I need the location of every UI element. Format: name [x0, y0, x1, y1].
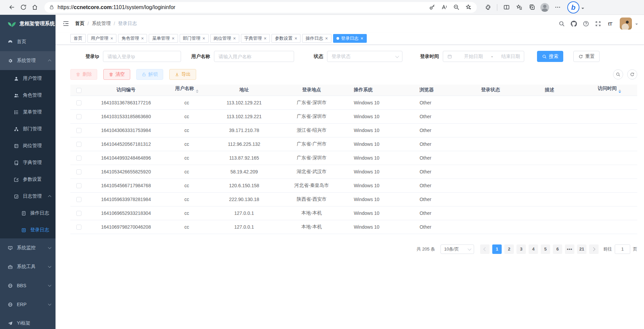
tab-close-icon[interactable]: × [361, 36, 363, 41]
page-button-4[interactable]: 4 [529, 244, 538, 254]
page-button-3[interactable]: 3 [516, 244, 526, 254]
tab-home[interactable]: 首页 [70, 34, 86, 43]
column-header-user[interactable]: 用户名称 [165, 85, 209, 96]
tab-close-icon[interactable]: × [325, 36, 328, 41]
sidebar-item-system-tools[interactable]: 系统工具 [0, 257, 56, 276]
extensions-icon[interactable] [482, 2, 494, 13]
sidebar-item-user-management[interactable]: 用户管理 [0, 70, 56, 87]
github-icon[interactable] [569, 19, 578, 28]
clear-button[interactable]: 清空 [103, 69, 130, 80]
tab-close-icon[interactable]: × [141, 36, 144, 41]
read-aloud-icon[interactable] [439, 2, 449, 12]
app-logo[interactable]: 意框架管理系统 [0, 15, 56, 32]
browser-menu-icon[interactable] [552, 2, 563, 13]
sidebar-item-home[interactable]: 首页 [0, 32, 56, 51]
sidebar-item-department-management[interactable]: 部门管理 [0, 121, 56, 137]
status-select[interactable]: 登录状态 [327, 51, 402, 62]
tab-role-management[interactable]: 角色管理× [118, 34, 147, 43]
tab-user-management[interactable]: 用户管理× [87, 34, 116, 43]
sort-icons[interactable] [618, 88, 621, 94]
goto-page-input[interactable] [615, 244, 630, 254]
tab-close-icon[interactable]: × [294, 36, 297, 41]
refresh-table-button[interactable] [627, 69, 637, 79]
collections-icon[interactable] [526, 2, 538, 13]
tab-close-icon[interactable]: × [172, 36, 174, 41]
table-row[interactable]: 1641043063331753984 cc 39.171.210.78 浙江省… [70, 123, 637, 137]
reset-button[interactable]: 重置 [573, 51, 600, 62]
page-button-5[interactable]: 5 [541, 244, 550, 254]
sidebar-item-bbs[interactable]: BBS [0, 276, 56, 295]
search-button[interactable]: 搜索 [537, 51, 563, 62]
export-button[interactable]: 导出 [169, 69, 196, 80]
unlock-button[interactable]: 解锁 [136, 69, 163, 80]
row-checkbox[interactable] [76, 142, 81, 147]
tab-close-icon[interactable]: × [264, 36, 266, 41]
select-all-checkbox[interactable] [76, 88, 81, 93]
row-checkbox[interactable] [76, 128, 81, 133]
page-size-select[interactable]: 10条/页 [440, 244, 474, 254]
sidebar-item-yi-framework[interactable]: Yi框架 [0, 314, 56, 329]
sidebar-item-system-monitor[interactable]: 系统监控 [0, 238, 56, 257]
favorites-hub-icon[interactable] [513, 2, 525, 13]
sidebar-item-login-log[interactable]: 登录日志 [0, 222, 56, 238]
page-button-21[interactable]: 21 [577, 244, 586, 254]
table-row[interactable]: 1641044993248464896 cc 113.87.92.165 广东省… [70, 151, 637, 165]
table-row[interactable]: 1641069652933218304 cc 127.0.0.1 本地-本机 W… [70, 206, 637, 220]
table-row[interactable]: 1641031533185863680 cc 113.102.129.221 广… [70, 109, 637, 123]
table-row[interactable]: 1641059633978281984 cc 222.90.130.18 陕西省… [70, 192, 637, 206]
tab-dict-management[interactable]: 字典管理× [241, 34, 270, 43]
tab-parameter-settings[interactable]: 参数设置× [272, 34, 300, 43]
delete-button[interactable]: 删除 [70, 69, 97, 80]
table-row[interactable]: 1641069798270046208 cc 127.0.0.1 本地-本机 W… [70, 220, 637, 234]
sidebar-item-log-management[interactable]: 日志管理 [0, 188, 56, 205]
help-icon[interactable] [581, 19, 590, 28]
tab-department-management[interactable]: 部门管理× [180, 34, 209, 43]
browser-home-button[interactable] [29, 2, 40, 13]
more-pages-button[interactable]: ••• [565, 244, 574, 254]
table-row[interactable]: 1641044520567181312 cc 112.96.225.132 广东… [70, 137, 637, 151]
tab-login-log[interactable]: 登录日志× [333, 34, 367, 43]
sidebar-item-role-management[interactable]: 角色管理 [0, 87, 56, 104]
browser-profile-avatar[interactable] [539, 2, 550, 13]
tab-operation-log[interactable]: 操作日志× [302, 34, 331, 43]
next-page-button[interactable] [589, 244, 599, 254]
row-checkbox[interactable] [76, 197, 81, 202]
table-row[interactable]: 1641031367863177216 cc 113.102.129.221 广… [70, 96, 637, 109]
add-favorite-star-icon[interactable] [463, 2, 473, 12]
sidebar-item-parameter-settings[interactable]: 参数设置 [0, 171, 56, 188]
tab-post-management[interactable]: 岗位管理× [210, 34, 239, 43]
sidebar-item-dict-management[interactable]: 字典管理 [0, 154, 56, 171]
row-checkbox[interactable] [76, 225, 81, 230]
login-ip-input[interactable] [107, 54, 177, 59]
row-checkbox[interactable] [76, 169, 81, 174]
passwords-key-icon[interactable] [427, 2, 437, 12]
toggle-search-button[interactable] [613, 69, 623, 79]
breadcrumb-home[interactable]: 首页 [75, 21, 84, 27]
username-input[interactable] [218, 54, 290, 59]
sort-icons[interactable] [196, 88, 199, 94]
font-size-icon[interactable]: tT [606, 19, 614, 28]
tab-close-icon[interactable]: × [203, 36, 205, 41]
split-screen-icon[interactable] [501, 2, 512, 13]
sidebar-item-menu-management[interactable]: 菜单管理 [0, 104, 56, 121]
sidebar-collapse-icon[interactable] [62, 19, 70, 28]
sidebar-item-erp[interactable]: ERP [0, 295, 56, 314]
column-header-time[interactable]: 访问时间 [581, 85, 637, 96]
fullscreen-icon[interactable] [594, 19, 602, 28]
user-avatar[interactable] [620, 18, 632, 30]
row-checkbox[interactable] [76, 211, 81, 216]
tab-close-icon[interactable]: × [110, 36, 113, 41]
page-button-1[interactable]: 1 [492, 244, 502, 254]
copilot-icon[interactable]: b [567, 1, 579, 13]
sidebar-item-operation-log[interactable]: 操作日志 [0, 205, 56, 222]
zoom-out-icon[interactable] [451, 2, 461, 12]
page-button-6[interactable]: 6 [553, 244, 562, 254]
header-search-icon[interactable] [557, 19, 566, 28]
sidebar-item-post-management[interactable]: 岗位管理 [0, 137, 56, 154]
row-checkbox[interactable] [76, 100, 81, 105]
copilot-caret-icon[interactable] [581, 8, 584, 10]
browser-back-button[interactable] [6, 2, 17, 13]
prev-page-button[interactable] [480, 244, 490, 254]
sidebar-item-system-management[interactable]: 系统管理 [0, 51, 56, 70]
breadcrumb-system[interactable]: 系统管理 [92, 21, 111, 27]
